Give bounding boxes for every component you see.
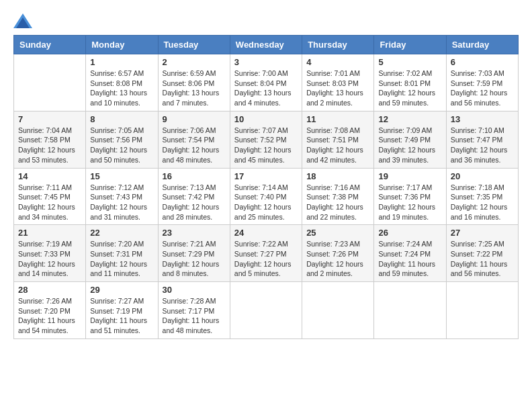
day-info: Sunrise: 7:07 AMSunset: 7:52 PMDaylight:… — [234, 126, 298, 165]
calendar-cell: 4 Sunrise: 7:01 AMSunset: 8:03 PMDayligh… — [302, 54, 374, 111]
day-number: 27 — [451, 228, 514, 238]
day-number: 21 — [18, 228, 81, 238]
day-info: Sunrise: 7:20 AMSunset: 7:31 PMDaylight:… — [90, 239, 153, 279]
calendar-cell: 22 Sunrise: 7:20 AMSunset: 7:31 PMDaylig… — [86, 225, 158, 282]
day-info: Sunrise: 7:25 AMSunset: 7:22 PMDaylight:… — [451, 239, 514, 279]
day-info: Sunrise: 7:06 AMSunset: 7:54 PMDaylight:… — [163, 126, 226, 165]
calendar-table: SundayMondayTuesdayWednesdayThursdayFrid… — [13, 35, 519, 339]
calendar-cell: 8 Sunrise: 7:05 AMSunset: 7:56 PMDayligh… — [86, 111, 158, 168]
day-number: 24 — [234, 228, 298, 238]
header-sunday: Sunday — [14, 36, 86, 54]
header-friday: Friday — [374, 36, 446, 54]
day-number: 7 — [18, 114, 81, 124]
calendar-cell: 25 Sunrise: 7:23 AMSunset: 7:26 PMDaylig… — [302, 225, 374, 282]
calendar-cell: 24 Sunrise: 7:22 AMSunset: 7:27 PMDaylig… — [230, 225, 302, 282]
day-number: 12 — [378, 114, 441, 124]
day-number: 26 — [378, 228, 441, 238]
header-thursday: Thursday — [302, 36, 374, 54]
calendar-cell: 6 Sunrise: 7:03 AMSunset: 7:59 PMDayligh… — [446, 54, 518, 111]
day-info: Sunrise: 7:23 AMSunset: 7:26 PMDaylight:… — [306, 239, 369, 279]
day-info: Sunrise: 7:18 AMSunset: 7:35 PMDaylight:… — [451, 183, 514, 222]
day-number: 6 — [451, 57, 514, 67]
day-info: Sunrise: 7:09 AMSunset: 7:49 PMDaylight:… — [378, 126, 441, 165]
day-info: Sunrise: 7:10 AMSunset: 7:47 PMDaylight:… — [451, 126, 514, 165]
page-header — [13, 13, 519, 28]
calendar-week-3: 14 Sunrise: 7:11 AMSunset: 7:45 PMDaylig… — [14, 168, 519, 225]
calendar-cell: 28 Sunrise: 7:26 AMSunset: 7:20 PMDaylig… — [14, 282, 86, 339]
calendar-cell: 27 Sunrise: 7:25 AMSunset: 7:22 PMDaylig… — [446, 225, 518, 282]
day-info: Sunrise: 6:57 AMSunset: 8:08 PMDaylight:… — [90, 68, 153, 108]
calendar-cell: 14 Sunrise: 7:11 AMSunset: 7:45 PMDaylig… — [14, 168, 86, 225]
logo — [13, 13, 35, 28]
calendar-cell: 13 Sunrise: 7:10 AMSunset: 7:47 PMDaylig… — [446, 111, 518, 168]
day-info: Sunrise: 7:11 AMSunset: 7:45 PMDaylight:… — [18, 183, 81, 222]
calendar-header-row: SundayMondayTuesdayWednesdayThursdayFrid… — [14, 36, 519, 54]
calendar-cell: 26 Sunrise: 7:24 AMSunset: 7:24 PMDaylig… — [374, 225, 446, 282]
day-info: Sunrise: 7:01 AMSunset: 8:03 PMDaylight:… — [306, 68, 369, 108]
calendar-cell: 18 Sunrise: 7:16 AMSunset: 7:38 PMDaylig… — [302, 168, 374, 225]
calendar-cell — [14, 54, 86, 111]
calendar-cell: 7 Sunrise: 7:04 AMSunset: 7:58 PMDayligh… — [14, 111, 86, 168]
day-info: Sunrise: 6:59 AMSunset: 8:06 PMDaylight:… — [163, 68, 226, 108]
calendar-week-2: 7 Sunrise: 7:04 AMSunset: 7:58 PMDayligh… — [14, 111, 519, 168]
header-tuesday: Tuesday — [158, 36, 230, 54]
calendar-week-1: 1 Sunrise: 6:57 AMSunset: 8:08 PMDayligh… — [14, 54, 519, 111]
calendar-cell: 10 Sunrise: 7:07 AMSunset: 7:52 PMDaylig… — [230, 111, 302, 168]
day-info: Sunrise: 7:03 AMSunset: 7:59 PMDaylight:… — [451, 68, 514, 108]
day-info: Sunrise: 7:04 AMSunset: 7:58 PMDaylight:… — [18, 126, 81, 165]
day-info: Sunrise: 7:19 AMSunset: 7:33 PMDaylight:… — [18, 239, 81, 279]
day-number: 8 — [90, 114, 153, 124]
day-number: 1 — [90, 57, 153, 67]
calendar-week-4: 21 Sunrise: 7:19 AMSunset: 7:33 PMDaylig… — [14, 225, 519, 282]
calendar-body: 1 Sunrise: 6:57 AMSunset: 8:08 PMDayligh… — [14, 54, 519, 339]
day-info: Sunrise: 7:13 AMSunset: 7:42 PMDaylight:… — [163, 183, 226, 222]
header-wednesday: Wednesday — [230, 36, 302, 54]
day-number: 2 — [163, 57, 226, 67]
header-monday: Monday — [86, 36, 158, 54]
day-number: 20 — [451, 171, 514, 181]
calendar-cell: 12 Sunrise: 7:09 AMSunset: 7:49 PMDaylig… — [374, 111, 446, 168]
calendar-cell: 5 Sunrise: 7:02 AMSunset: 8:01 PMDayligh… — [374, 54, 446, 111]
day-info: Sunrise: 7:12 AMSunset: 7:43 PMDaylight:… — [90, 183, 153, 222]
day-number: 4 — [306, 57, 369, 67]
calendar-cell: 11 Sunrise: 7:08 AMSunset: 7:51 PMDaylig… — [302, 111, 374, 168]
calendar-cell — [302, 282, 374, 339]
calendar-cell: 17 Sunrise: 7:14 AMSunset: 7:40 PMDaylig… — [230, 168, 302, 225]
calendar-cell: 23 Sunrise: 7:21 AMSunset: 7:29 PMDaylig… — [158, 225, 230, 282]
calendar-cell: 2 Sunrise: 6:59 AMSunset: 8:06 PMDayligh… — [158, 54, 230, 111]
calendar-cell: 30 Sunrise: 7:28 AMSunset: 7:17 PMDaylig… — [158, 282, 230, 339]
day-number: 18 — [306, 171, 369, 181]
logo-icon — [13, 13, 32, 28]
calendar-cell — [230, 282, 302, 339]
calendar-cell — [374, 282, 446, 339]
day-info: Sunrise: 7:26 AMSunset: 7:20 PMDaylight:… — [18, 296, 81, 336]
day-number: 3 — [234, 57, 298, 67]
day-info: Sunrise: 7:28 AMSunset: 7:17 PMDaylight:… — [163, 296, 226, 336]
day-info: Sunrise: 7:17 AMSunset: 7:36 PMDaylight:… — [378, 183, 441, 222]
day-info: Sunrise: 7:08 AMSunset: 7:51 PMDaylight:… — [306, 126, 369, 165]
calendar-cell: 3 Sunrise: 7:00 AMSunset: 8:04 PMDayligh… — [230, 54, 302, 111]
day-number: 14 — [18, 171, 81, 181]
calendar-cell: 19 Sunrise: 7:17 AMSunset: 7:36 PMDaylig… — [374, 168, 446, 225]
calendar-cell: 21 Sunrise: 7:19 AMSunset: 7:33 PMDaylig… — [14, 225, 86, 282]
calendar-cell: 15 Sunrise: 7:12 AMSunset: 7:43 PMDaylig… — [86, 168, 158, 225]
day-info: Sunrise: 7:24 AMSunset: 7:24 PMDaylight:… — [378, 239, 441, 279]
calendar-cell: 29 Sunrise: 7:27 AMSunset: 7:19 PMDaylig… — [86, 282, 158, 339]
day-number: 17 — [234, 171, 298, 181]
day-info: Sunrise: 7:27 AMSunset: 7:19 PMDaylight:… — [90, 296, 153, 336]
day-number: 19 — [378, 171, 441, 181]
day-number: 15 — [90, 171, 153, 181]
day-number: 10 — [234, 114, 298, 124]
calendar-cell: 16 Sunrise: 7:13 AMSunset: 7:42 PMDaylig… — [158, 168, 230, 225]
day-number: 5 — [378, 57, 441, 67]
day-number: 25 — [306, 228, 369, 238]
day-number: 16 — [163, 171, 226, 181]
calendar-week-5: 28 Sunrise: 7:26 AMSunset: 7:20 PMDaylig… — [14, 282, 519, 339]
day-info: Sunrise: 7:05 AMSunset: 7:56 PMDaylight:… — [90, 126, 153, 165]
day-info: Sunrise: 7:21 AMSunset: 7:29 PMDaylight:… — [163, 239, 226, 279]
day-number: 13 — [451, 114, 514, 124]
calendar-cell — [446, 282, 518, 339]
day-info: Sunrise: 7:14 AMSunset: 7:40 PMDaylight:… — [234, 183, 298, 222]
day-number: 30 — [163, 285, 226, 295]
day-number: 22 — [90, 228, 153, 238]
